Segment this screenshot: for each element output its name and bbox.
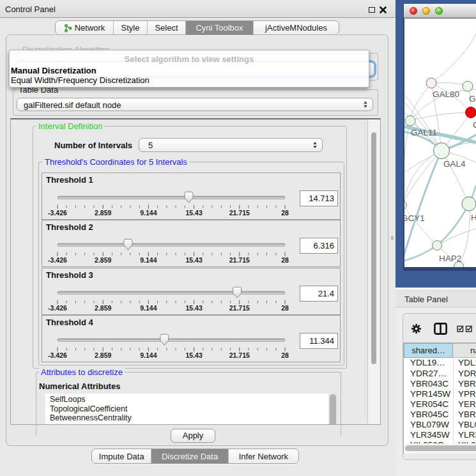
svg-text:15.43: 15.43 (185, 304, 202, 312)
svg-text:2.859: 2.859 (95, 351, 111, 359)
svg-text:GCY1: GCY1 (401, 213, 425, 223)
svg-text:9.144: 9.144 (140, 209, 157, 217)
svg-text:9.144: 9.144 (140, 256, 157, 264)
svg-text:28: 28 (281, 256, 289, 264)
svg-text:15.43: 15.43 (185, 351, 202, 359)
svg-text:28: 28 (281, 304, 289, 312)
svg-text:GAL4: GAL4 (443, 159, 466, 169)
svg-text:28: 28 (281, 209, 289, 217)
svg-text:2.859: 2.859 (95, 304, 111, 312)
svg-text:GA: GA (469, 94, 476, 104)
svg-text:2.859: 2.859 (95, 209, 111, 217)
svg-text:2.859: 2.859 (95, 256, 111, 264)
svg-text:21.715: 21.715 (229, 209, 250, 217)
svg-text:-3.426: -3.426 (48, 209, 67, 217)
svg-text:-3.426: -3.426 (48, 304, 67, 312)
svg-text:GAL11: GAL11 (411, 128, 437, 137)
svg-text:C: C (473, 120, 476, 130)
svg-text:-3.426: -3.426 (48, 351, 67, 359)
svg-text:HAP2: HAP2 (439, 254, 461, 263)
svg-text:-3.426: -3.426 (48, 256, 67, 264)
svg-text:21.715: 21.715 (229, 351, 250, 359)
svg-text:15.43: 15.43 (185, 209, 202, 217)
svg-text:H: H (471, 213, 476, 222)
svg-text:GAL80: GAL80 (433, 89, 459, 99)
svg-text:15.43: 15.43 (185, 256, 202, 264)
svg-text:28: 28 (281, 351, 289, 359)
svg-text:21.715: 21.715 (229, 304, 250, 312)
svg-text:21.715: 21.715 (229, 256, 250, 264)
svg-text:9.144: 9.144 (140, 304, 157, 312)
svg-text:9.144: 9.144 (140, 351, 157, 359)
